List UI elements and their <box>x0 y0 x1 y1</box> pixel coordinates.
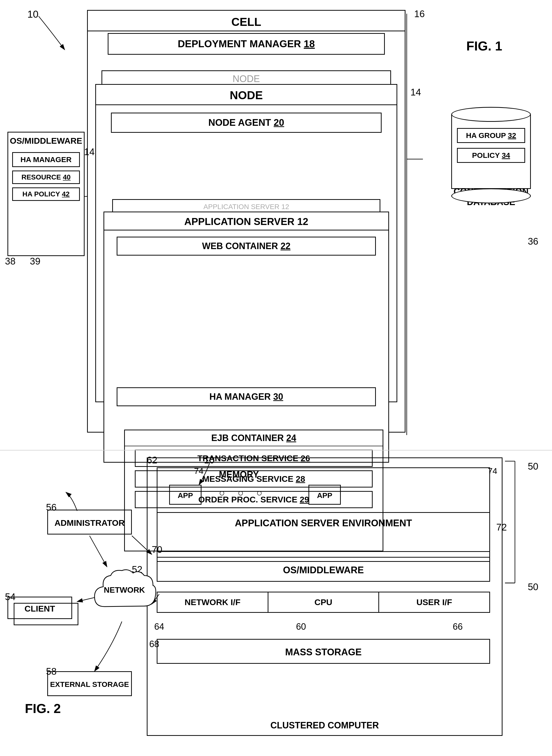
cylinder-bottom <box>451 188 531 203</box>
resource-box: RESOURCE 40 <box>12 171 80 184</box>
ref-74-left: 74 <box>194 466 203 476</box>
clustered-label: CLUSTERED COMPUTER <box>147 720 502 731</box>
cell-header: CELL <box>88 11 405 31</box>
appserver-header: APPLICATION SERVER 12 <box>104 212 388 230</box>
diagram-container: FIG. 1 10 CELL DEPLOYMENT MANAGER 18 NOD… <box>0 0 552 756</box>
ref-14-left: 14 <box>84 147 95 157</box>
mass-storage-box: MASS STORAGE <box>157 639 490 664</box>
ejb-header: EJB CONTAINER 24 <box>125 430 383 446</box>
ha-manager-osmw: HA MANAGER <box>12 152 80 167</box>
ha-group-box: HA GROUP 32 <box>457 128 525 143</box>
dots-middle: ○ ○ ○ <box>219 487 267 499</box>
cylinder-body: HA GROUP 32 POLICY 34 <box>451 114 531 189</box>
ref-38: 38 <box>5 256 15 267</box>
ref-74-right: 74 <box>488 466 497 476</box>
cylinder-top <box>451 107 531 122</box>
web-container-box: WEB CONTAINER 22 <box>117 237 376 255</box>
fig2-label: FIG. 2 <box>25 701 61 716</box>
osmw2-box: OS/MIDDLEWARE <box>157 557 490 582</box>
network-label: NETWORK <box>91 585 158 595</box>
ext-storage-box: EXTERNAL STORAGE <box>47 671 132 696</box>
appenv-label: APPLICATION SERVER ENVIRONMENT <box>157 513 489 530</box>
user-if-box: USER I/F <box>379 592 490 613</box>
ref-36: 36 <box>528 236 538 247</box>
fig2-divider <box>0 450 552 450</box>
ref-39: 39 <box>30 256 40 267</box>
ha-policy-box: HA POLICY 42 <box>12 187 80 201</box>
osmw-header: OS/MIDDLEWARE <box>8 133 84 148</box>
hw-row: NETWORK I/F CPU USER I/F <box>157 592 490 613</box>
appenv-box: APPLICATION SERVER ENVIRONMENT <box>157 512 490 552</box>
ref-16: 16 <box>414 9 425 19</box>
app-box-left: APP <box>169 485 201 505</box>
admin-box: ADMINISTRATOR <box>47 510 132 535</box>
configdb-area: HA GROUP 32 POLICY 34 CONFIGURATION DATA… <box>445 107 537 207</box>
ref-50-bot: 50 <box>528 582 538 592</box>
memory-label-top: MEMORY <box>219 469 259 480</box>
appserver-main-box: APPLICATION SERVER 12 WEB CONTAINER 22 E… <box>104 212 389 462</box>
policy-box: POLICY 34 <box>457 148 525 163</box>
ref-14-right: 14 <box>410 87 421 98</box>
network-if-box: NETWORK I/F <box>157 592 268 613</box>
osmw-box: OS/MIDDLEWARE HA MANAGER RESOURCE 40 HA … <box>7 132 85 256</box>
ref-60: 60 <box>296 621 306 632</box>
ref-50-top: 50 <box>528 461 538 472</box>
ha-manager-inner-box: HA MANAGER 30 <box>117 387 376 406</box>
app-box-right: APP <box>308 485 341 505</box>
client-box: CLIENT <box>7 597 72 619</box>
fig1-label: FIG. 1 <box>466 38 502 53</box>
node-agent-box: NODE AGENT 20 <box>111 113 382 133</box>
svg-line-5 <box>90 536 107 567</box>
node-header: NODE <box>96 85 397 105</box>
cpu-box: CPU <box>268 592 379 613</box>
node-main-box: NODE NODE AGENT 20 APPLICATION SERVER 12… <box>95 84 397 402</box>
deployment-manager-box: DEPLOYMENT MANAGER 18 <box>108 33 385 55</box>
configdb-cylinder: HA GROUP 32 POLICY 34 <box>451 107 531 186</box>
ref-10-label: 10 <box>27 9 38 20</box>
ref-64: 64 <box>154 621 164 632</box>
ref-66: 66 <box>453 621 463 632</box>
cell-outer-box: CELL DEPLOYMENT MANAGER 18 NODE NODE NOD… <box>87 10 406 432</box>
